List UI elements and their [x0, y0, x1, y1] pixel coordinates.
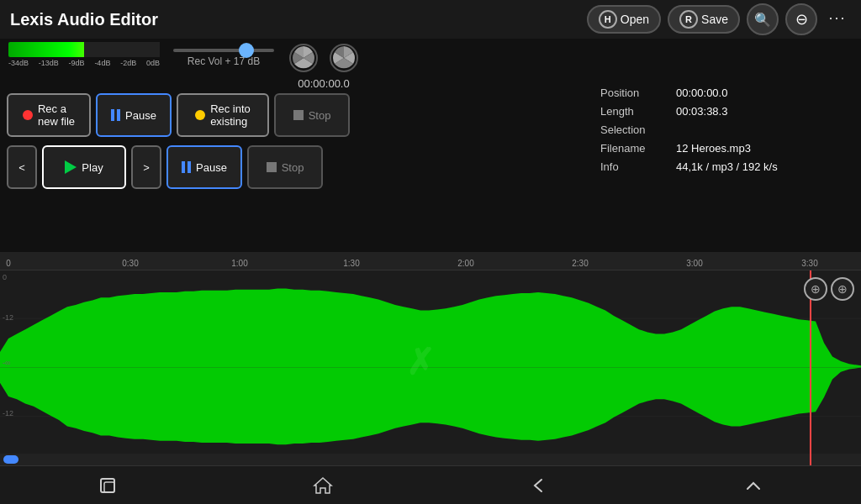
top-section: -34dB -13dB -9dB -4dB -2dB 0dB Rec Vol +…	[0, 39, 861, 252]
meter-labels: -34dB -13dB -9dB -4dB -2dB 0dB	[8, 59, 160, 67]
rec-existing-label: Rec into existing	[210, 102, 251, 128]
rec-vol-area: Rec Vol + 17 dB	[173, 42, 274, 67]
filename-value: 12 Heroes.mp3	[676, 139, 751, 158]
bottom-nav	[0, 465, 861, 504]
recent-apps-button[interactable]	[94, 472, 121, 499]
length-label: Length	[600, 102, 676, 121]
pause-bars2-icon	[182, 161, 191, 173]
scrollbar-area[interactable]	[0, 454, 861, 465]
level-meter: -34dB -13dB -9dB -4dB -2dB 0dB	[8, 42, 160, 67]
pause2-label: Pause	[196, 161, 227, 174]
save-icon: R	[679, 10, 698, 29]
forward-label: >	[143, 161, 150, 174]
stop2-label: Stop	[282, 161, 304, 174]
meter-bar-overlay	[84, 42, 160, 57]
length-value: 00:03:38.3	[676, 102, 727, 121]
pause1-label: Pause	[125, 109, 156, 122]
search-button[interactable]: 🔍	[747, 3, 779, 35]
zoom-out-button[interactable]: ⊖	[785, 3, 817, 35]
open-icon: H	[599, 10, 617, 29]
info-row-filename: Filename 12 Heroes.mp3	[600, 139, 844, 158]
svg-text:✗: ✗	[406, 342, 435, 383]
back-button[interactable]: <	[7, 145, 37, 189]
timeline-marker-2: 1:00	[231, 259, 247, 268]
minimize-button[interactable]	[740, 472, 767, 499]
stop1-button[interactable]: Stop	[274, 93, 350, 137]
rec-dot-icon	[23, 110, 33, 120]
stop-sq-icon	[293, 110, 304, 120]
svg-text:-∞: -∞	[3, 359, 11, 367]
pause-bars-icon	[111, 109, 120, 121]
header-actions: H Open R Save 🔍 ⊖ ⋮	[587, 3, 851, 35]
app-title: Lexis Audio Editor	[10, 10, 158, 29]
pause2-button[interactable]: Pause	[166, 145, 242, 189]
svg-text:-12: -12	[3, 408, 13, 417]
back-label: <	[18, 161, 25, 174]
selection-label: Selection	[600, 121, 676, 139]
more-menu-button[interactable]: ⋮	[824, 10, 851, 29]
rec-new-file-button[interactable]: Rec a new file	[7, 93, 91, 137]
spinner-left-icon	[288, 42, 320, 74]
info-value-field: 44,1k / mp3 / 192 k/s	[676, 158, 778, 176]
home-button[interactable]	[309, 472, 336, 499]
meter-label-5: 0dB	[146, 59, 160, 67]
info-row-position: Position 00:00:00.0	[600, 84, 844, 102]
position-value: 00:00:00.0	[676, 84, 727, 102]
timeline-marker-6: 3:00	[686, 259, 702, 268]
svg-text:0: 0	[3, 272, 7, 281]
scrollbar-thumb[interactable]	[3, 455, 18, 464]
info-panel: Position 00:00:00.0 Length 00:03:38.3 Se…	[592, 77, 853, 183]
meter-label-3: -4dB	[94, 59, 110, 67]
position-label: Position	[600, 84, 676, 102]
timeline-marker-4: 2:00	[457, 259, 473, 268]
pause1-button[interactable]: Pause	[96, 93, 172, 137]
timeline-marker-7: 3:30	[801, 259, 817, 268]
play-button[interactable]: Play	[42, 145, 126, 189]
timeline-marker-5: 2:30	[572, 259, 588, 268]
rec-vol-thumb[interactable]	[239, 43, 254, 58]
meter-bar	[8, 42, 160, 57]
meter-label-1: -13dB	[39, 59, 59, 67]
rec-dot-yellow-icon	[195, 110, 205, 120]
waveform-area[interactable]: 0 0:30 1:00 1:30 2:00 2:30 3:00 3:30 0 -…	[0, 252, 861, 465]
waveform-canvas-area[interactable]: 0 -12 -∞ -12 0 ✗ ⊕ ⊕	[0, 270, 861, 465]
rec-new-label: Rec a new file	[38, 102, 75, 128]
waveform-svg: 0 -12 -∞ -12 0 ✗	[0, 270, 861, 465]
timeline-marker-1: 0:30	[122, 259, 138, 268]
save-button[interactable]: R Save	[668, 5, 740, 34]
meter-label-2: -9dB	[69, 59, 85, 67]
header: Lexis Audio Editor H Open R Save 🔍 ⊖ ⋮	[0, 0, 861, 39]
timer-display: 00:00:00.0	[298, 77, 349, 90]
forward-button[interactable]: >	[131, 145, 161, 189]
meter-label-0: -34dB	[8, 59, 29, 67]
info-row-length: Length 00:03:38.3	[600, 102, 844, 121]
play-icon	[65, 160, 77, 174]
timeline-marker-0: 0	[6, 259, 11, 268]
zoom-out-icon: ⊖	[795, 10, 808, 29]
spinners-area: 00:00:00.0	[288, 42, 360, 90]
stop-sq2-icon	[267, 162, 277, 172]
info-row-info: Info 44,1k / mp3 / 192 k/s	[600, 158, 844, 176]
zoom-pos2-button[interactable]: ⊕	[831, 277, 854, 301]
zoom-pos1-button[interactable]: ⊕	[804, 277, 827, 301]
spinners	[288, 42, 360, 74]
filename-label: Filename	[600, 139, 676, 158]
back-nav-button[interactable]	[525, 472, 552, 499]
svg-rect-13	[104, 482, 114, 492]
info-row-selection: Selection	[600, 121, 844, 139]
zoom-icon-area: ⊕ ⊕	[804, 277, 854, 301]
svg-text:-12: -12	[3, 313, 13, 322]
stop2-button[interactable]: Stop	[247, 145, 323, 189]
open-button[interactable]: H Open	[587, 5, 661, 34]
waveform-timeline: 0 0:30 1:00 1:30 2:00 2:30 3:00 3:30	[0, 252, 861, 270]
rec-vol-slider[interactable]	[173, 49, 274, 52]
svg-rect-12	[101, 479, 114, 492]
stop1-label: Stop	[309, 109, 331, 122]
play-label: Play	[82, 161, 103, 174]
spinner-right-icon	[328, 42, 360, 74]
timeline-marker-3: 1:30	[343, 259, 359, 268]
info-label-field: Info	[600, 158, 676, 176]
rec-existing-button[interactable]: Rec into existing	[177, 93, 269, 137]
meter-label-4: -2dB	[120, 59, 136, 67]
search-icon: 🔍	[754, 12, 771, 28]
